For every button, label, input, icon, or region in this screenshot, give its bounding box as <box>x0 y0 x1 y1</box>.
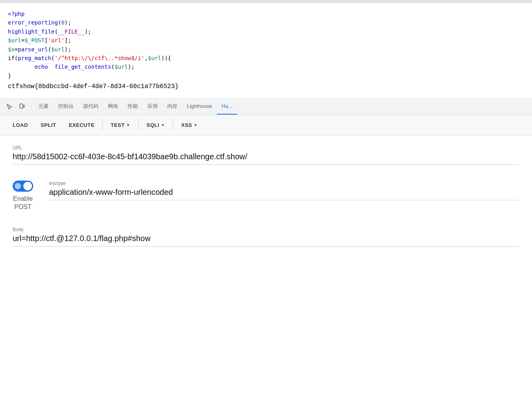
xss-button[interactable]: XSS ▼ <box>175 119 204 131</box>
toolbar-divider <box>31 103 31 111</box>
tab-performance[interactable]: 性能 <box>123 98 143 115</box>
test-arrow-icon: ▼ <box>126 123 130 127</box>
sqli-arrow-icon: ▼ <box>161 123 165 127</box>
code-display: <?php error_reporting(0); highlight_file… <box>0 3 532 99</box>
enable-post-label: Enable POST <box>13 195 33 211</box>
tab-network[interactable]: 网络 <box>103 98 123 115</box>
xss-arrow-icon: ▼ <box>194 123 198 127</box>
body-value[interactable]: url=http://ctf.@127.0.0.1/flag.php#show <box>13 234 519 247</box>
split-button[interactable]: SPLIT <box>34 119 62 131</box>
enctype-container: enctype application/x-www-form-urlencode… <box>49 181 519 200</box>
hackbar-divider-1 <box>102 119 103 130</box>
toggle-track <box>15 183 21 189</box>
load-button[interactable]: LOAD <box>6 119 34 131</box>
post-section: Enable POST enctype application/x-www-fo… <box>13 174 519 211</box>
url-label: URL <box>13 145 519 151</box>
device-icon[interactable] <box>16 100 28 113</box>
body-label: Body <box>13 227 519 232</box>
tab-application[interactable]: 应用 <box>143 98 162 115</box>
tab-console[interactable]: 控制台 <box>53 98 78 115</box>
enctype-label: enctype <box>49 181 519 186</box>
enctype-value[interactable]: application/x-www-form-urlencoded <box>49 188 519 200</box>
enable-post-toggle[interactable] <box>13 181 33 192</box>
test-button[interactable]: TEST ▼ <box>104 119 137 131</box>
devtools-toolbar: 元素 控制台 源代码 网络 性能 应用 内存 Lighthouse Ha... <box>0 99 532 115</box>
browser-top-bar <box>0 0 532 3</box>
svg-rect-0 <box>20 104 23 108</box>
tab-lighthouse[interactable]: Lighthouse <box>182 98 217 115</box>
hackbar-content: URL http://58d15002-cc6f-403e-8c45-bf140… <box>0 136 532 256</box>
tab-hackbar[interactable]: Ha... <box>217 98 237 115</box>
body-section: Body url=http://ctf.@127.0.0.1/flag.php#… <box>13 224 519 247</box>
hackbar-divider-3 <box>173 119 173 130</box>
tab-elements[interactable]: 元素 <box>34 98 53 115</box>
tab-sources[interactable]: 源代码 <box>78 98 103 115</box>
inspect-icon[interactable] <box>3 100 16 113</box>
enable-post-container: Enable POST <box>13 181 33 211</box>
hackbar-divider-2 <box>138 119 139 130</box>
flag-output: ctfshow{8bdbccbd-4def-4de7-8d34-60c1a77b… <box>8 80 524 92</box>
tab-memory[interactable]: 内存 <box>162 98 182 115</box>
url-section: URL http://58d15002-cc6f-403e-8c45-bf140… <box>13 145 519 165</box>
execute-button[interactable]: EXECUTE <box>62 119 101 131</box>
hackbar-toolbar: LOAD SPLIT EXECUTE TEST ▼ SQLI ▼ XSS ▼ <box>0 115 532 136</box>
svg-rect-1 <box>23 105 25 107</box>
sqli-button[interactable]: SQLI ▼ <box>140 119 172 131</box>
url-value[interactable]: http://58d15002-cc6f-403e-8c45-bf14039ba… <box>13 152 519 165</box>
